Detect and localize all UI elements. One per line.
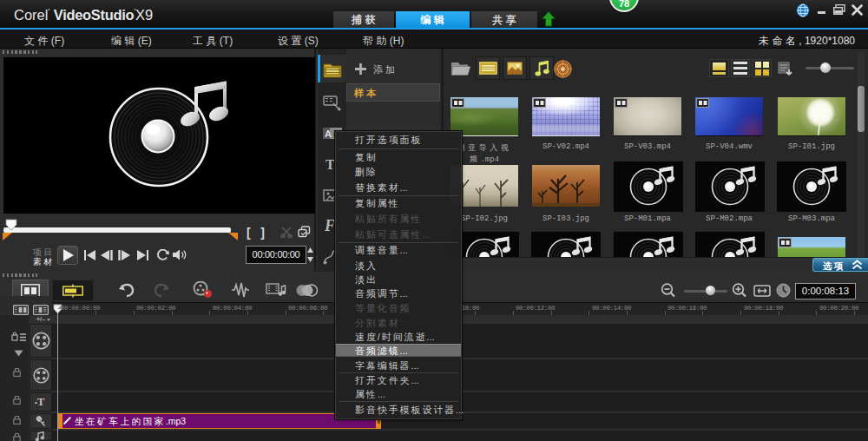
svg-text:A: A xyxy=(325,128,332,139)
